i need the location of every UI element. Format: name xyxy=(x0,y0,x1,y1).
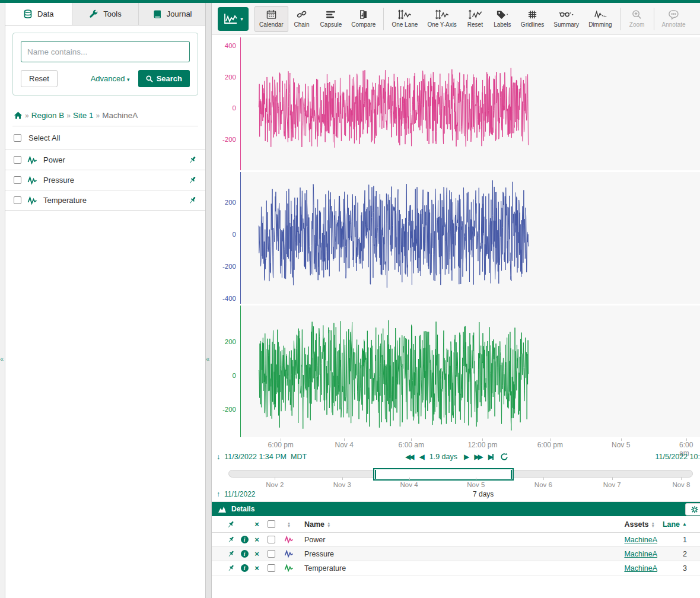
search-input[interactable] xyxy=(21,41,190,62)
scrubber-window[interactable] xyxy=(373,468,514,481)
pin-icon[interactable] xyxy=(188,196,197,205)
select-all-rows-checkbox[interactable] xyxy=(268,520,275,528)
info-icon[interactable]: i xyxy=(241,536,249,543)
scrubber-duration[interactable]: 7 days xyxy=(473,490,494,498)
reset-button-toolbar[interactable]: Reset xyxy=(462,6,489,32)
scrubber-tick-mark xyxy=(275,478,275,480)
row-checkbox[interactable] xyxy=(268,536,275,543)
pin-icon[interactable] xyxy=(188,176,197,185)
pressure-series-plot[interactable] xyxy=(240,172,700,304)
view-mode-selector[interactable]: ▾ xyxy=(218,7,249,31)
collapse-left-icon[interactable]: « xyxy=(0,355,4,362)
sort-icon[interactable]: ▲▼ xyxy=(327,521,330,527)
range-start[interactable]: ↓ 11/3/2022 1:34 PM MDT xyxy=(217,453,307,461)
remove-all-icon[interactable]: × xyxy=(254,520,259,529)
list-item-temperature[interactable]: Temperature xyxy=(5,190,205,211)
home-icon[interactable] xyxy=(14,111,23,120)
range-start-label[interactable]: 11/3/2022 1:34 PM xyxy=(224,453,287,461)
remove-icon[interactable]: × xyxy=(254,564,259,572)
y-tick-label: -200 xyxy=(222,136,236,143)
row-checkbox[interactable] xyxy=(268,564,275,572)
temperature-series-plot[interactable] xyxy=(240,306,700,437)
area-chart-icon xyxy=(218,505,227,513)
pin-icon[interactable] xyxy=(227,550,235,558)
advanced-toggle[interactable]: Advanced ▾ xyxy=(91,74,130,83)
info-icon[interactable]: i xyxy=(241,550,249,558)
pin-icon[interactable] xyxy=(227,564,235,572)
pin-icon[interactable] xyxy=(227,536,235,543)
pin-icon[interactable] xyxy=(188,155,197,164)
row-checkbox[interactable] xyxy=(268,550,275,558)
collapse-sidebar-icon[interactable]: « xyxy=(206,355,209,362)
asset-link[interactable]: MachineA xyxy=(624,536,657,544)
gear-icon xyxy=(691,505,699,514)
labels-button[interactable]: Labels xyxy=(489,6,516,32)
pin-column-icon[interactable] xyxy=(227,520,235,529)
lane-power: 4002000-200 xyxy=(212,37,700,170)
table-row-temperature[interactable]: i × Temperature MachineA 3 xyxy=(212,561,700,575)
summary-button[interactable]: Summary xyxy=(549,6,584,32)
capsule-button[interactable]: Capsule xyxy=(316,6,347,32)
y-tick-label: -200 xyxy=(222,406,236,413)
one-y-axis-button[interactable]: One Y-Axis xyxy=(422,6,461,32)
y-axis-pressure[interactable]: 2000-200-400 xyxy=(212,172,240,304)
remove-icon[interactable]: × xyxy=(254,535,259,544)
details-settings-button[interactable] xyxy=(685,503,700,516)
sort-icon[interactable]: ▲▼ xyxy=(651,521,655,527)
chain-button[interactable]: Chain xyxy=(288,6,316,32)
step-forward-half-button[interactable]: ▶ xyxy=(464,451,467,462)
power-series-plot[interactable] xyxy=(240,37,700,170)
tab-journal[interactable]: Journal xyxy=(138,3,205,25)
duration-label[interactable]: 1.9 days xyxy=(429,451,457,462)
pressure-checkbox[interactable] xyxy=(14,176,21,184)
info-icon[interactable]: i xyxy=(241,564,249,572)
lane-column-header[interactable]: Lane xyxy=(663,520,680,529)
reset-button[interactable]: Reset xyxy=(21,70,58,87)
sort-asc-icon[interactable]: ▲ xyxy=(682,521,687,527)
chain-icon xyxy=(297,9,307,20)
table-row-power[interactable]: i × Power MachineA 1 xyxy=(212,533,700,547)
breadcrumb-site[interactable]: Site 1 xyxy=(73,111,94,120)
asset-link[interactable]: MachineA xyxy=(624,564,657,572)
one-lane-button[interactable]: One Lane xyxy=(387,6,422,32)
step-back-half-button[interactable]: ◀ xyxy=(419,451,422,462)
pressure-signal-icon xyxy=(284,550,294,558)
scrubber-track[interactable] xyxy=(228,470,693,478)
list-item-pressure[interactable]: Pressure xyxy=(5,170,205,190)
breadcrumb-region[interactable]: Region B xyxy=(31,111,65,120)
sort-icon[interactable]: ▲▼ xyxy=(287,521,291,527)
tab-data[interactable]: Data xyxy=(5,3,72,25)
gridlines-button[interactable]: Gridlines xyxy=(516,6,549,32)
timezone-label[interactable]: MDT xyxy=(291,453,307,461)
scrubber-start-date[interactable]: 11/1/2022 xyxy=(224,490,256,498)
jump-to-now-button[interactable]: ▶ xyxy=(488,451,494,462)
asset-link[interactable]: MachineA xyxy=(624,550,657,558)
step-forward-full-button[interactable]: ▶▶ xyxy=(474,451,481,462)
search-button[interactable]: Search xyxy=(138,70,190,87)
y-axis-power[interactable]: 4002000-200 xyxy=(212,37,240,170)
list-item-power[interactable]: Power xyxy=(5,150,205,170)
row-name: Pressure xyxy=(298,550,590,558)
signal-name: Pressure xyxy=(43,176,74,185)
assets-column-header[interactable]: Assets xyxy=(625,520,649,529)
compare-button[interactable]: Compare xyxy=(346,6,380,32)
select-all-checkbox[interactable] xyxy=(14,134,21,142)
trend-chart-icon xyxy=(223,13,238,25)
x-axis[interactable]: 6:00 pmNov 46:00 am12:00 pm6:00 pmNov 56… xyxy=(212,439,700,450)
tab-tools[interactable]: Tools xyxy=(72,3,139,25)
temperature-checkbox[interactable] xyxy=(14,196,21,204)
range-end-label[interactable]: 11/5/2022 10: xyxy=(655,453,700,461)
range-end[interactable]: 11/5/2022 10: xyxy=(655,453,700,461)
remove-icon[interactable]: × xyxy=(254,549,259,558)
refresh-icon[interactable] xyxy=(500,453,508,461)
name-column-header[interactable]: Name xyxy=(304,520,324,529)
power-checkbox[interactable] xyxy=(14,156,21,164)
y-axis-temperature[interactable]: 2000-200 xyxy=(212,306,240,437)
step-back-full-button[interactable]: ◀◀ xyxy=(405,451,412,462)
calendar-button[interactable]: Calendar xyxy=(254,6,288,32)
table-row-pressure[interactable]: i × Pressure MachineA 2 xyxy=(212,547,700,561)
dimming-button[interactable]: Dimming xyxy=(584,6,616,32)
search-icon xyxy=(146,75,153,82)
scrubber-start[interactable]: ↑ 11/1/2022 xyxy=(217,490,256,498)
sidebar-divider[interactable]: « xyxy=(205,3,212,598)
